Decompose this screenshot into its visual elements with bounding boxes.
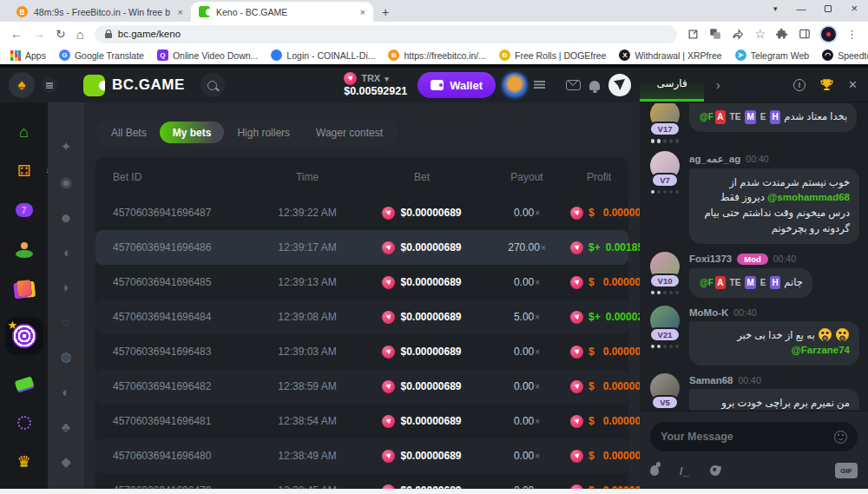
trophy-icon[interactable] [819,77,834,92]
bet-row[interactable]: 45706036941696482 12:38:59 AM $0.0000068… [95,369,628,404]
bookmark-item[interactable]: Login - COINALL-Di... [271,49,375,61]
coin-drop-icon[interactable] [650,465,659,476]
bookmark-item[interactable]: ÐFree Rolls | DOGEfree [499,49,606,61]
chat-username[interactable]: ag_عمه_ag [689,153,740,165]
rocket-icon[interactable] [709,464,721,477]
gif-button[interactable]: GIF [835,463,858,478]
sidebar-item-lottery[interactable] [14,373,35,394]
side-panel-icon[interactable] [799,28,811,40]
game-category-icon-9[interactable]: ◆ [61,454,71,470]
sidebar-item-keno[interactable] [5,317,43,355]
bookmark-item[interactable]: QOnline Video Down... [157,49,258,61]
game-category-icon-6[interactable]: ◍ [60,349,71,365]
tab-high-rollers[interactable]: High rollers [224,122,303,143]
game-category-icon-1[interactable]: ◉ [60,175,71,190]
sidebar-item-casino-dice[interactable]: ⚃› [14,161,35,181]
chat-language-tab[interactable]: فارسی [640,68,704,102]
bet-row[interactable]: 45706036941696486 12:39:17 AM $0.0000068… [95,230,628,265]
chat-commands-icon[interactable]: /_ [680,464,689,478]
translate-icon[interactable] [709,28,721,40]
bookmark-item[interactable]: XWithdrawal | XRPfree [619,49,721,61]
bookmark-star-icon[interactable]: ☆ [754,27,766,41]
menu-dots-icon[interactable]: ⋮ [846,28,858,41]
tab-wager-contest[interactable]: Wager contest [303,122,396,143]
mention-fatemeh[interactable]: @FATEMEH [699,111,781,122]
sidebar-item-sports[interactable]: 7 [14,200,35,221]
chat-expand-chevron[interactable]: › [716,78,720,92]
game-category-icon-2[interactable]: ☻ [59,210,73,225]
bet-row[interactable]: 45706036941696487 12:39:22 AM $0.0000068… [95,195,628,230]
notifications-bell-icon[interactable] [589,81,600,90]
share-icon[interactable] [732,28,744,40]
game-category-icon-3[interactable]: ◖ [62,245,69,260]
tab-my-bets[interactable]: My bets [160,122,225,143]
account-menu-icon[interactable] [534,81,545,89]
window-maximize-button[interactable] [825,5,832,12]
chat-message-input[interactable]: Your Message [650,422,858,451]
chat-text: جانم [784,277,802,287]
bcgame-logo[interactable]: BC.GAME [83,75,185,96]
sidebar-item-bonus-ring[interactable] [14,412,35,433]
sidebar-toggle-button[interactable] [42,77,57,93]
game-category-icon-7[interactable]: ◐ [62,385,69,399]
forward-button[interactable]: → [33,28,45,40]
bookmark-item[interactable]: ◠Speedtest by Ookla... [822,49,868,61]
game-category-icon-5[interactable]: ◌ [62,314,70,329]
bet-row[interactable]: 45706036941696479 12:38:45 AM $0.0000068… [95,473,628,489]
open-in-icon[interactable] [687,29,699,40]
back-button[interactable]: ← [10,28,23,40]
bookmark-item[interactable]: Apps [10,50,46,61]
mention-fatemeh[interactable]: @FATEMEH [699,277,781,287]
bet-time: 12:39:22 AM [254,207,360,219]
chat-rules-info-icon[interactable]: ! [793,79,806,91]
window-chevron-icon[interactable]: ▾ [773,4,778,13]
game-category-icon-0[interactable]: ✦ [61,139,72,155]
bookmark-item[interactable]: ➤Telegram Web [735,49,810,61]
tab-all-bets[interactable]: All Bets [98,122,160,143]
window-minimize-button[interactable]: — [796,3,806,14]
new-tab-button[interactable]: + [382,5,389,22]
game-category-icon-4[interactable]: ◗ [62,280,69,294]
emoji-smiley-icon[interactable] [834,431,847,444]
extension-icon[interactable] [776,28,788,40]
user-avatar[interactable] [503,73,527,97]
tab-close-icon[interactable]: × [360,7,365,17]
tab-close-icon[interactable]: × [178,7,183,17]
bet-row[interactable]: 45706036941696480 12:38:49 AM $0.0000068… [95,438,628,473]
wallet-button[interactable]: Wallet [418,72,496,98]
bet-row[interactable]: 45706036941696481 12:38:54 AM $0.0000068… [95,404,628,438]
bookmark-item[interactable]: GGoogle Translate [59,49,144,61]
sidebar-item-vip-club[interactable]: ♛ [14,451,35,472]
home-button[interactable]: ⌂ [76,28,84,41]
reload-button[interactable]: ↻ [56,28,66,40]
spade-icon[interactable]: ♠ [9,72,35,98]
mention-link[interactable]: @smohammad68 [767,192,850,202]
currency-selector[interactable]: TRX ▾ $0.00592921 [344,72,407,97]
chat-send-icon[interactable] [608,74,631,96]
chat-username[interactable]: MoMo-K [689,307,728,318]
window-close-button[interactable]: × [851,2,858,15]
tab-favicon [199,6,210,17]
sidebar-item-card-games[interactable] [14,278,35,299]
chat-close-icon[interactable]: ✕ [848,78,858,91]
sidebar-item-live-casino[interactable] [14,239,35,260]
bet-row[interactable]: 45706036941696485 12:39:13 AM $0.0000068… [95,265,628,300]
bet-row[interactable]: 45706036941696483 12:39:03 AM $0.0000068… [95,334,628,369]
game-category-icon-8[interactable]: ♣ [62,419,70,434]
bet-amount: $0.00000689 [360,207,483,220]
bookmark-item[interactable]: Bhttps://freebitco.in/... [388,49,486,61]
bet-id: 45706036941696484 [113,311,254,323]
browser-tab[interactable]: Keno - BC.GAME × [191,2,373,22]
sidebar-item-home[interactable]: ⌂ [14,122,35,142]
search-button[interactable] [201,73,225,97]
profile-avatar[interactable] [821,27,836,42]
mention-link[interactable]: @Farzane74 [792,345,850,355]
chat-username[interactable]: Foxi1373 [689,254,732,264]
mail-icon[interactable] [566,80,581,90]
address-bar[interactable]: bc.game/keno [95,25,678,43]
bet-row[interactable]: 45706036941696484 12:39:08 AM $0.0000068… [95,300,628,334]
chat-username[interactable]: Saman68 [689,375,733,385]
level-badge: V21 [649,327,681,342]
chat-panel: فارسی › ! ✕ V17 بخدا معتاد شدم @FATEMEH … [640,68,868,489]
browser-tab[interactable]: B 48m:9s - FreeBitco.in - Win free b × [9,2,191,22]
